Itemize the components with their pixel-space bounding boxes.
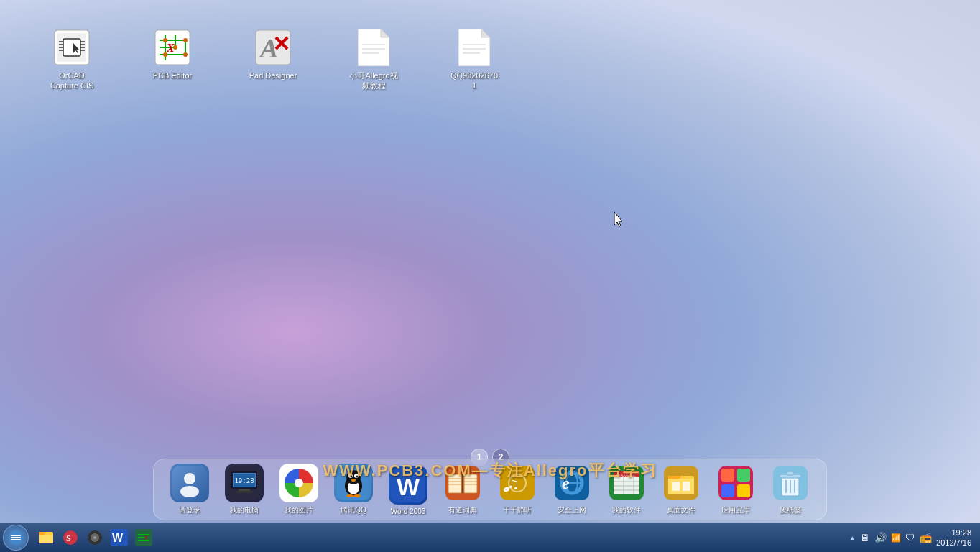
svg-point-120 [93,536,96,539]
desktop-icon-pad-designer[interactable]: A Pad Designer [244,29,302,80]
trash-icon [771,464,810,502]
svg-point-60 [351,479,356,482]
clock-date: 2012/7/16 [936,538,971,548]
pcb-editor-icon: X [154,29,191,66]
pad-designer-label: Pad Designer [249,70,297,80]
orcad-label: OrCADCapture CIS [50,70,94,91]
taskbar-btn-explorer[interactable] [34,526,57,549]
taskbar-btn-pcb[interactable]: X [132,526,155,549]
svg-rect-2 [63,39,80,56]
dock-item-trash[interactable]: 废纸篓 [764,464,816,515]
svg-point-22 [183,38,188,42]
desktop-files-label: 桌面文件 [667,505,695,515]
dock-item-photos[interactable]: 我的图片 [273,464,325,515]
dict-icon [443,464,482,502]
svg-point-42 [180,486,199,497]
svg-text:e: e [562,474,570,492]
svg-text:X: X [143,534,148,540]
svg-point-55 [346,470,361,484]
tray-expand[interactable]: ▲ [849,534,856,542]
svg-rect-109 [787,472,794,475]
svg-rect-66 [448,474,461,493]
desktop-icon-xiaoge[interactable]: 小哥Allegro视频教程 [345,29,402,91]
mypc-label: 我的电脑 [230,505,259,515]
svg-text:W: W [397,473,420,500]
desktop-icon-orcad[interactable]: OrCADCapture CIS [43,29,101,91]
taskbar-quick-launch: S W [32,526,158,549]
dock-item-mypc[interactable]: 19:28 我的电脑 [218,464,270,515]
dock-item-contacts[interactable]: 请登录 [164,464,216,515]
dock-item-desktop-files[interactable]: 桌面文件 [655,464,707,515]
word-icon: W [389,466,427,505]
orcad-icon [53,29,91,66]
svg-point-24 [163,52,167,57]
svg-rect-67 [464,474,477,493]
appstore-label: 应用宝库 [721,505,750,515]
system-tray: ▲ 🖥 🔊 📶 🛡 📻 19:28 2012/7/16 [849,528,977,548]
ie-icon: e [553,464,591,502]
svg-rect-113 [11,539,21,540]
contacts-label: 请登录 [179,505,200,515]
tray-volume-icon[interactable]: 🔊 [874,532,887,543]
svg-text:S: S [66,533,71,543]
start-button[interactable] [3,525,29,551]
svg-rect-112 [11,537,21,538]
svg-point-58 [351,476,353,478]
svg-marker-30 [381,29,389,37]
tray-radio-icon: 📻 [920,532,932,543]
svg-rect-99 [721,469,734,482]
taskbar-btn-media[interactable] [83,526,106,549]
svg-rect-111 [11,535,21,536]
software-icon: 我的软件 [607,464,646,502]
svg-point-51 [295,479,303,487]
svg-rect-48 [239,489,250,491]
music-label: 千千静听 [503,505,532,515]
software-label: 我的软件 [612,505,641,515]
tray-security-icon: 🛡 [905,532,915,543]
desktop: OrCADCapture CIS X [0,0,980,552]
music-icon: 𝅗 ♫ [498,464,537,502]
taskbar-btn-sogou[interactable]: S [59,526,82,549]
svg-rect-101 [721,484,734,497]
contacts-icon [170,464,209,502]
svg-rect-49 [236,491,253,493]
tray-monitor-icon: 🖥 [860,532,870,543]
word-label: Word 2003 [391,507,426,515]
tray-network-icon: 📶 [891,533,901,543]
dock-item-software[interactable]: 我的软件 我的软件 [601,464,652,515]
svg-point-41 [184,473,195,484]
dock-item-music[interactable]: 𝅗 ♫ 千千静听 [491,464,543,515]
dock-inner: 请登录 19:28 我的电脑 [153,459,827,520]
dock-item-appstore[interactable]: 应用宝库 [710,464,762,515]
dock: 请登录 19:28 我的电脑 [0,459,980,523]
svg-rect-95 [668,479,694,494]
desktop-icon-qq-file[interactable]: QQ932026701 [445,29,503,91]
desktop-icon-pcb-editor[interactable]: X PCB Editor [144,29,201,80]
clock-time: 19:28 [936,528,971,538]
pcb-editor-label: PCB Editor [153,70,192,80]
dock-item-word[interactable]: W Word 2003 [382,466,434,515]
dock-item-dict[interactable]: 有道词典 [437,464,489,515]
svg-rect-115 [39,535,53,543]
mouse-cursor [614,212,623,226]
pad-designer-icon: A [254,29,292,66]
svg-point-62 [353,494,361,497]
appstore-icon [716,464,755,502]
desktop-icons-area: OrCADCapture CIS X [43,29,503,91]
ie-label: 安全上网 [558,505,586,515]
svg-rect-100 [737,469,750,482]
dock-item-ie[interactable]: e 安全上网 [546,464,598,515]
svg-rect-97 [683,482,690,491]
xiaoge-label: 小哥Allegro视频教程 [349,70,397,91]
photos-label: 我的图片 [285,505,313,515]
qq-file-label: QQ932026701 [450,70,498,91]
svg-rect-96 [672,482,680,491]
svg-rect-102 [737,484,750,497]
dock-item-qq[interactable]: 腾讯QQ [328,464,379,515]
desktop-files-icon [662,464,701,502]
taskbar-btn-word[interactable]: W [108,526,131,549]
qq-label: 腾讯QQ [341,505,366,515]
system-clock[interactable]: 19:28 2012/7/16 [936,528,971,548]
svg-text:♫: ♫ [507,474,519,492]
svg-text:19:28: 19:28 [234,477,254,484]
